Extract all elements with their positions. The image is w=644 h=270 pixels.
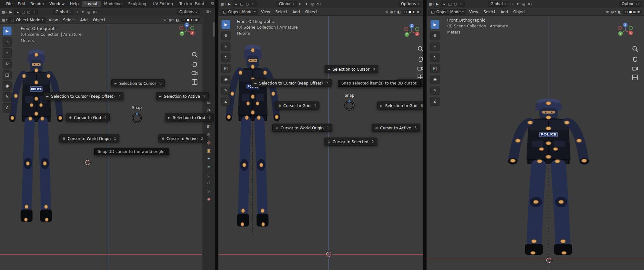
shading-wireframe-icon[interactable]: ○	[404, 10, 407, 14]
pie-item-cursor-to-active[interactable]: ⊕ Cursor to Active 3	[158, 135, 206, 143]
tab-modifiers[interactable]: ✦	[205, 155, 213, 162]
tool-rotate[interactable]: ↻	[3, 59, 12, 68]
active-tool-icon[interactable]: ▶	[8, 9, 14, 15]
select-lasso-icon[interactable]: ◦	[458, 1, 464, 7]
menu-add[interactable]: Add	[498, 9, 510, 15]
tool-transform[interactable]: ◉	[221, 75, 230, 84]
pie-item-selection-to-grid[interactable]: ► Selection to Grid 6	[377, 102, 423, 110]
options-dropdown[interactable]: Options▾	[619, 1, 642, 7]
tool-rotate[interactable]: ↻	[430, 53, 439, 62]
shading-solid-icon[interactable]: ●	[187, 18, 190, 22]
zoom-icon[interactable]	[631, 45, 639, 52]
proportional-editing-icon[interactable]: ◎	[86, 9, 92, 15]
menu-view[interactable]: View	[467, 9, 480, 15]
navigation-gizmo[interactable]	[616, 22, 634, 40]
workspace-tab-layout[interactable]: Layout	[82, 1, 101, 7]
select-box-icon[interactable]: ▢	[21, 9, 26, 15]
tool-measure[interactable]: ∠	[430, 97, 439, 106]
tool-scale[interactable]: ◱	[430, 64, 439, 73]
menu-select[interactable]: Select	[273, 9, 289, 15]
active-tool-icon[interactable]: ▶	[435, 1, 440, 7]
pan-hand-icon[interactable]	[417, 55, 423, 62]
select-circle-icon[interactable]: ○	[26, 9, 32, 15]
workspace-tab-modeling[interactable]: Modeling	[101, 1, 125, 7]
pie-item-cursor-to-grid[interactable]: ⊕ Cursor to Grid 4	[66, 114, 110, 122]
navigation-gizmo[interactable]	[403, 23, 421, 41]
select-circle-icon[interactable]: ○	[453, 1, 458, 7]
tab-particles[interactable]: ∗	[205, 163, 213, 170]
xray-icon[interactable]: ◧	[396, 9, 402, 15]
camera-view-icon[interactable]	[191, 69, 198, 76]
editor-type-button[interactable]: ▦▾	[2, 17, 7, 23]
pie-item-cursor-to-grid[interactable]: ⊕ Cursor to Grid 4	[275, 102, 319, 110]
tool-measure[interactable]: ∠	[221, 97, 230, 106]
workspace-tab-uv-editing[interactable]: UV Editing	[150, 1, 176, 7]
shading-solid-icon[interactable]: ●	[408, 10, 411, 14]
tool-rotate[interactable]: ↻	[221, 53, 230, 62]
tab-render[interactable]: ◔	[205, 107, 213, 114]
tool-select-box[interactable]: ▶	[430, 20, 439, 29]
active-tool-icon[interactable]: ▶	[226, 1, 232, 7]
tool-annotate[interactable]: ✎	[3, 92, 12, 101]
gizmo-toggle-icon[interactable]: ⊕	[605, 9, 610, 15]
shading-material-icon[interactable]: ◐	[413, 10, 416, 14]
menu-view[interactable]: View	[46, 17, 60, 23]
snap-magnet-icon[interactable]: ∪	[74, 9, 79, 15]
select-box-icon[interactable]: ▢	[447, 1, 453, 7]
camera-view-icon[interactable]	[631, 65, 639, 72]
tool-scale[interactable]: ◱	[3, 70, 12, 79]
menu-window[interactable]: Window	[47, 1, 67, 7]
menu-object[interactable]: Object	[511, 9, 528, 15]
workspace-tab-shading[interactable]: Shading	[208, 1, 215, 7]
proportional-editing-icon[interactable]: ◎	[310, 1, 315, 7]
tool-transform[interactable]: ◉	[3, 81, 12, 90]
gizmo-toggle-icon[interactable]: ⊕	[162, 17, 168, 23]
proportional-editing-icon[interactable]: ◎	[521, 1, 527, 7]
perspective-grid-icon[interactable]	[631, 74, 639, 81]
tool-measure[interactable]: ∠	[3, 103, 12, 112]
options-dropdown[interactable]: Options▾	[398, 1, 421, 7]
menu-add[interactable]: Add	[78, 17, 90, 23]
menu-file[interactable]: File	[4, 1, 15, 7]
editor-type-button[interactable]: ▦▾	[220, 1, 226, 7]
tool-move[interactable]: +	[221, 42, 230, 51]
zoom-icon[interactable]	[417, 45, 423, 52]
menu-help[interactable]: Help	[67, 1, 81, 7]
tab-physics[interactable]: ◌	[205, 171, 213, 178]
falloff-dropdown[interactable]: ∩▾	[527, 1, 533, 7]
pie-item-selection-to-cursor[interactable]: ► Selection to Cursor 8	[111, 79, 165, 87]
shading-rendered-icon[interactable]: ◉	[417, 10, 419, 14]
scrollbar[interactable]	[213, 22, 215, 37]
tab-object-data[interactable]: ▽	[205, 187, 213, 194]
pie-item-selection-to-grid[interactable]: ► Selection to Grid 6	[165, 114, 214, 122]
shading-rendered-icon[interactable]: ◉	[195, 18, 198, 22]
pie-item-cursor-to-world-origin[interactable]: ⊕ Cursor to World Origin 1	[272, 124, 332, 132]
shading-wireframe-icon[interactable]: ○	[625, 10, 628, 14]
pan-hand-icon[interactable]	[631, 55, 639, 62]
overlays-icon[interactable]: ◍▾	[611, 9, 616, 15]
perspective-grid-icon[interactable]	[191, 78, 198, 85]
mode-dropdown[interactable]: ▢Object Mode▾	[220, 9, 258, 15]
snap-magnet-icon[interactable]: ∪	[297, 1, 303, 7]
tool-select-box[interactable]: ▶	[221, 20, 230, 29]
tool-cursor[interactable]: ⊕	[221, 31, 230, 40]
shading-material-icon[interactable]: ◐	[633, 10, 636, 14]
pie-item-cursor-to-world-origin[interactable]: ⊕ Cursor to World Origin 1	[59, 135, 119, 143]
pie-item-selection-to-cursor-keep-offset[interactable]: ► Selection to Cursor (Keep Offset) 7	[251, 79, 332, 87]
select-tweak-icon[interactable]: ▸	[15, 9, 21, 15]
pie-item-selection-to-cursor-keep-offset[interactable]: ► Selection to Cursor (Keep Offset) 7	[43, 92, 124, 100]
tab-constraints[interactable]: ⊙	[205, 179, 213, 186]
mode-dropdown[interactable]: ▢Object Mode▾	[428, 9, 466, 15]
gizmo-toggle-icon[interactable]: ⊕	[384, 9, 389, 15]
shading-solid-icon[interactable]: ●	[629, 10, 632, 14]
select-tweak-icon[interactable]: ▸	[442, 1, 447, 7]
menu-add[interactable]: Add	[290, 9, 302, 15]
snap-settings-chevron[interactable]: ▾	[304, 1, 309, 7]
3d-cursor[interactable]	[83, 158, 92, 167]
menu-render[interactable]: Render	[28, 1, 46, 7]
tool-move[interactable]: +	[3, 48, 12, 57]
menu-select[interactable]: Select	[481, 9, 498, 15]
select-lasso-icon[interactable]: ◦	[32, 9, 37, 15]
mode-dropdown[interactable]: ▢Object Mode▾	[8, 17, 46, 23]
police-character-model[interactable]	[499, 92, 598, 266]
